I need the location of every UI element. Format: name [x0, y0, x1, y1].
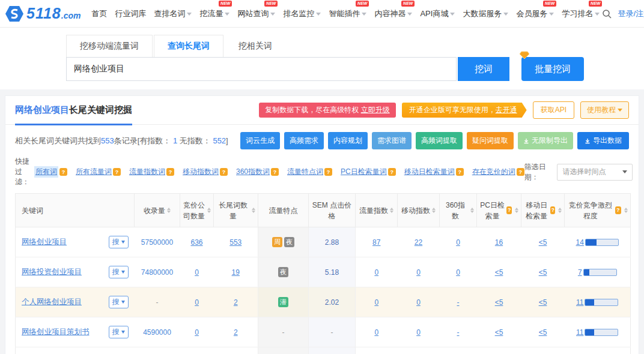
sort-icon[interactable] [558, 208, 562, 213]
competition-link[interactable]: 14 [576, 238, 584, 247]
mobile-daily-link[interactable]: <5 [539, 238, 547, 247]
pc-daily-link[interactable]: <5 [495, 328, 503, 337]
enterprise-promo-banner[interactable]: 开通企业版可享无限使用，去开通 [402, 103, 527, 118]
search-icon[interactable] [602, 9, 612, 19]
question-words-button[interactable]: 疑问词提取 [467, 132, 514, 149]
index-360-link[interactable]: - [457, 328, 460, 337]
batch-dig-button[interactable]: 批量挖词 [521, 57, 584, 81]
nav-item-site-query[interactable]: 网站查询NEW [235, 5, 278, 23]
filter-all-words[interactable]: 所有词? [34, 166, 67, 178]
tutorial-button[interactable]: 使用教程 [580, 101, 629, 119]
mobile-index-link[interactable]: 0 [416, 268, 421, 277]
login-register-link[interactable]: 登录/注册 [618, 8, 644, 19]
bid-companies-link[interactable]: 0 [195, 268, 199, 277]
tab-mobile-traffic-words[interactable]: 挖移动端流量词 [66, 35, 153, 57]
nav-item-learn-ranking[interactable]: 学习排名NEW [559, 5, 602, 23]
nav-item-rank-words[interactable]: 查排名词 [151, 5, 194, 23]
pc-daily-link[interactable]: <5 [495, 298, 503, 307]
date-select-dropdown[interactable]: 请选择时间点 [557, 164, 632, 181]
search-mini-button[interactable]: 搜 [109, 266, 129, 278]
filter-pc-daily-search-words[interactable]: PC日检索量词? [341, 167, 396, 177]
nav-item-rank-monitor[interactable]: 排名监控 [281, 5, 323, 23]
help-icon[interactable]: ? [615, 206, 622, 214]
nav-item-bigdata-service[interactable]: 大数据服务 [460, 5, 511, 23]
index-360-link[interactable]: 0 [456, 268, 460, 277]
keyword-search-input[interactable] [66, 57, 457, 81]
help-icon[interactable]: ? [506, 206, 512, 214]
longtail-count-link[interactable]: 19 [232, 268, 240, 277]
filter-mobile-index-words[interactable]: 移动指数词? [183, 167, 228, 177]
help-icon[interactable]: ? [220, 168, 228, 176]
sort-icon[interactable] [432, 208, 436, 213]
get-api-button[interactable]: 获取API [533, 101, 574, 119]
filter-bidding-words[interactable]: 存在竞价的词? [472, 167, 524, 177]
flow-index-link[interactable]: 0 [374, 298, 378, 307]
nav-item-content-tool[interactable]: 内容神器NEW [372, 5, 415, 23]
mobile-daily-link[interactable]: <5 [539, 328, 547, 337]
unlimited-export-button[interactable]: 无限制导出 [518, 132, 573, 149]
site-logo[interactable]: 5118 .com [5, 5, 80, 22]
nav-item-dig-traffic[interactable]: 挖流量NEW [197, 5, 232, 23]
nav-item-api-mall[interactable]: API商城 [418, 5, 457, 23]
help-icon[interactable]: ? [456, 168, 464, 176]
upgrade-now-link[interactable]: 立即升级 [361, 106, 390, 114]
help-icon[interactable]: ? [517, 168, 524, 176]
export-data-button[interactable]: 导出数据 [577, 132, 629, 149]
bid-companies-link[interactable]: 636 [190, 238, 202, 247]
competition-link[interactable]: 11 [576, 298, 583, 307]
dig-words-button[interactable]: 挖词 [458, 57, 509, 81]
tab-related-words[interactable]: 挖相关词 [225, 35, 286, 57]
demand-map-button[interactable]: 需求图谱 [372, 132, 412, 149]
search-mini-button[interactable]: 搜 [109, 236, 129, 248]
mobile-index-link[interactable]: 22 [415, 238, 422, 247]
help-icon[interactable]: ? [113, 168, 121, 176]
sort-icon[interactable] [624, 208, 628, 213]
keyword-link[interactable]: 网络创业项目 [22, 237, 67, 247]
mobile-index-link[interactable]: 0 [416, 298, 421, 307]
mobile-daily-link[interactable]: <5 [539, 298, 547, 307]
high-freq-demand-button[interactable]: 高频需求 [284, 132, 324, 149]
mobile-index-link[interactable]: 0 [416, 328, 421, 337]
help-icon[interactable]: ? [388, 168, 396, 176]
flow-index-link[interactable]: 0 [374, 268, 378, 277]
sort-icon[interactable] [207, 208, 211, 213]
upgrade-promo-banner[interactable]: 复制数据下载，尽在高级特权 立即升级 [259, 103, 395, 118]
bid-companies-link[interactable]: 0 [195, 298, 199, 307]
filter-mobile-daily-search-words[interactable]: 移动日检索量词? [404, 167, 464, 177]
sort-icon[interactable] [515, 208, 518, 213]
help-icon[interactable]: ? [271, 168, 279, 176]
search-mini-button[interactable]: 搜 [109, 296, 129, 308]
open-enterprise-link[interactable]: 去开通 [496, 106, 517, 114]
help-icon[interactable]: ? [550, 206, 555, 214]
longtail-count-link[interactable]: 553 [229, 238, 242, 247]
nav-item-home[interactable]: 首页 [89, 5, 109, 23]
help-icon[interactable]: ? [59, 168, 67, 176]
mobile-daily-link[interactable]: <5 [539, 268, 547, 277]
pc-daily-link[interactable]: 16 [495, 238, 503, 247]
nav-item-member-service[interactable]: 会员服务NEW [514, 5, 556, 23]
sort-icon[interactable] [252, 208, 255, 213]
bid-companies-link[interactable]: 0 [195, 328, 199, 337]
sort-icon[interactable] [390, 208, 393, 213]
index-360-link[interactable]: 0 [456, 238, 460, 247]
search-mini-button[interactable]: 搜 [109, 326, 129, 338]
keyword-link[interactable]: 网络创业项目策划书 [22, 327, 90, 337]
sort-icon[interactable] [167, 208, 171, 213]
longtail-count-link[interactable]: 2 [234, 298, 238, 307]
filter-all-traffic-words[interactable]: 所有流量词? [76, 167, 121, 177]
high-freq-words-button[interactable]: 高频词提取 [416, 132, 463, 149]
nav-item-smart-plugin[interactable]: 智能插件NEW [326, 5, 369, 23]
filter-traffic-index-words[interactable]: 流量指数词? [129, 167, 174, 177]
nav-item-industry-lexicon[interactable]: 行业词库 [112, 5, 148, 23]
help-icon[interactable]: ? [166, 168, 174, 176]
pc-daily-link[interactable]: <5 [495, 268, 503, 277]
flow-index-link[interactable]: 0 [374, 328, 378, 337]
competition-link[interactable]: 11 [576, 328, 583, 337]
filter-traffic-trait-words[interactable]: 流量特点词? [287, 167, 332, 177]
tab-query-longtail-words[interactable]: 查询长尾词 [154, 35, 223, 57]
content-plan-button[interactable]: 内容规划 [328, 132, 368, 149]
filter-360-index-words[interactable]: 360指数词? [236, 167, 279, 177]
index-360-link[interactable]: - [457, 298, 460, 307]
longtail-count-link[interactable]: 2 [234, 328, 238, 337]
wordcloud-button[interactable]: 词云生成 [240, 132, 280, 149]
